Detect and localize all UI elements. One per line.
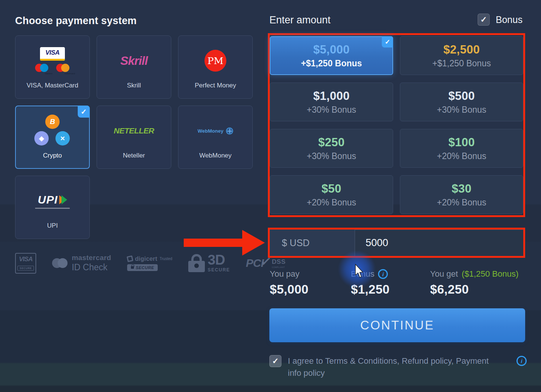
payment-method-webmoney[interactable]: WebMoney WebMoney xyxy=(178,106,253,169)
globe-icon xyxy=(226,127,233,135)
crypto-coins-icon: B ◆ ✕ xyxy=(31,115,74,147)
amount-option-5000[interactable]: ✓ $5,000 +$1,250 Bonus xyxy=(270,36,393,75)
payment-method-visa-mastercard[interactable]: VISA maestro mastercard VISA, MasterCard xyxy=(15,35,90,99)
payment-method-crypto[interactable]: ✓ B ◆ ✕ Crypto xyxy=(15,106,90,169)
mastercard-id-check-badge: mastercard ID Check xyxy=(52,254,111,273)
you-get-value: $6,250 xyxy=(430,282,518,297)
webmoney-icon: WebMoney xyxy=(198,115,233,147)
highlight-arrow xyxy=(184,239,243,247)
ripple-icon: ✕ xyxy=(55,131,70,145)
continue-button[interactable]: CONTINUE xyxy=(269,308,525,342)
payment-method-upi[interactable]: UPI UPI xyxy=(15,176,90,239)
summary-you-pay: You pay $5,000 xyxy=(270,269,309,297)
amount-option-50[interactable]: $50 +20% Bonus xyxy=(270,175,393,214)
bitcoin-icon: B xyxy=(45,115,60,129)
currency-label: $ USD xyxy=(270,230,355,256)
page-title-amount: Enter amount xyxy=(269,14,330,26)
agreement-info-icon[interactable]: i xyxy=(516,356,527,366)
visa-mastercard-icon: VISA maestro mastercard xyxy=(35,45,70,77)
you-get-label: You get xyxy=(430,269,458,279)
3d-secure-badge: 3D SECURE xyxy=(188,254,230,272)
ethereum-icon: ◆ xyxy=(34,131,49,145)
agreement-checkbox[interactable]: ✓ xyxy=(269,355,281,367)
summary-you-get: You get ($1,250 Bonus) $6,250 xyxy=(430,269,518,297)
amount-option-500[interactable]: $500 +30% Bonus xyxy=(400,83,523,121)
security-badges: VISA SECURE mastercard ID Check digicert… xyxy=(15,248,257,278)
you-pay-label: You pay xyxy=(270,269,309,279)
page-title-payment: Choose payment system xyxy=(15,15,137,27)
payment-method-label: UPI xyxy=(47,222,58,230)
lock-icon xyxy=(131,266,134,269)
upi-tagline-bar xyxy=(35,208,70,209)
bonus-checkbox-label: Bonus xyxy=(496,14,523,25)
agreement-text[interactable]: I agree to Terms & Conditions, Refund po… xyxy=(288,355,504,379)
selected-check-icon: ✓ xyxy=(78,106,90,118)
pci-dss-badge: PCI✓ DSS COMPLIANT xyxy=(246,257,286,270)
skrill-icon: Skrill xyxy=(120,45,148,77)
maestro-icon: maestro xyxy=(35,64,49,74)
you-pay-value: $5,000 xyxy=(270,282,309,297)
deposit-dialog: { "payment": { "title": "Choose payment … xyxy=(0,0,541,392)
amount-input[interactable] xyxy=(355,230,523,256)
mouse-cursor xyxy=(355,264,364,279)
mastercard-icon: mastercard xyxy=(56,64,70,74)
selected-check-icon: ✓ xyxy=(382,36,393,47)
mastercard-circles-icon xyxy=(52,258,68,268)
payment-method-perfect-money[interactable]: PM Perfect Money xyxy=(178,35,253,99)
payment-method-skrill[interactable]: Skrill Skrill xyxy=(97,35,171,99)
visa-secure-badge: VISA SECURE xyxy=(15,253,36,274)
you-get-bonus-note: ($1,250 Bonus) xyxy=(462,269,518,279)
visa-logo-text: VISA xyxy=(40,47,65,58)
padlock-icon xyxy=(188,254,205,272)
upi-arrow-green xyxy=(61,195,67,204)
neteller-icon: NETELLER xyxy=(114,115,154,147)
highlight-arrow-head xyxy=(242,230,265,256)
agreement-row: ✓ I agree to Terms & Conditions, Refund … xyxy=(269,355,527,379)
amount-option-1000[interactable]: $1,000 +30% Bonus xyxy=(270,83,393,121)
upi-icon: UPI xyxy=(35,185,70,217)
bonus-checkbox[interactable]: ✓ Bonus xyxy=(478,14,523,26)
amount-option-30[interactable]: $30 +20% Bonus xyxy=(400,175,523,214)
amount-option-250[interactable]: $250 +30% Bonus xyxy=(270,129,393,168)
payment-method-label: WebMoney xyxy=(199,152,232,159)
amount-option-2500[interactable]: $2,500 +$1,250 Bonus xyxy=(400,36,523,75)
payment-method-label: Perfect Money xyxy=(195,82,236,89)
payment-method-label: Skrill xyxy=(127,82,141,89)
payment-method-label: Crypto xyxy=(43,152,62,159)
payment-method-label: Neteller xyxy=(123,152,145,159)
payment-method-label: VISA, MasterCard xyxy=(27,82,78,89)
amount-options-grid-highlight: ✓ $5,000 +$1,250 Bonus $2,500 +$1,250 Bo… xyxy=(268,33,525,217)
payment-method-neteller[interactable]: NETELLER Neteller xyxy=(97,106,171,169)
digicert-trusted-badge: digicert Trusted SECURE xyxy=(127,256,172,271)
bonus-info-icon[interactable]: i xyxy=(378,269,388,279)
amount-input-highlight: $ USD xyxy=(268,228,525,258)
perfect-money-icon: PM xyxy=(204,45,226,77)
digicert-icon xyxy=(126,256,133,262)
amount-option-100[interactable]: $100 +20% Bonus xyxy=(400,129,523,168)
check-icon[interactable]: ✓ xyxy=(478,14,490,26)
